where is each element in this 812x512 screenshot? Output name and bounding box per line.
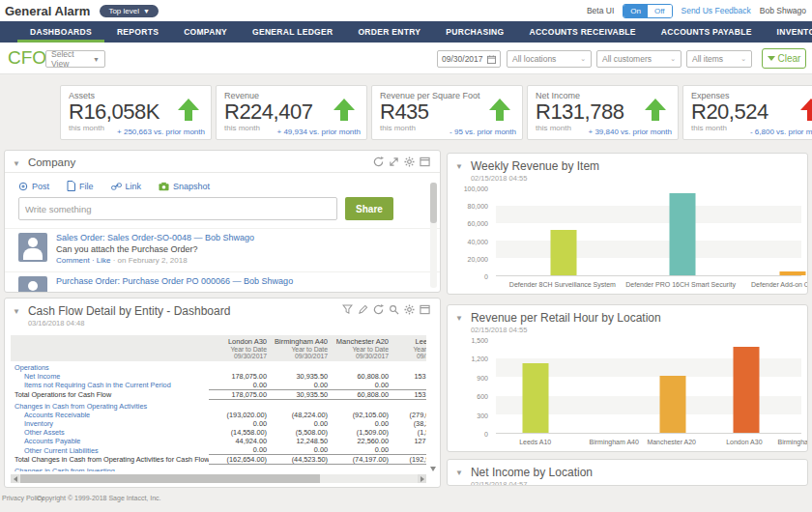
tab-post[interactable]: Post xyxy=(18,182,49,191)
post-input[interactable] xyxy=(18,197,337,220)
edit-pencil-icon[interactable] xyxy=(358,304,368,315)
y-tick-label: 0 xyxy=(484,431,488,438)
filter-icon xyxy=(768,56,775,61)
beta-ui-toggle[interactable]: On Off xyxy=(623,4,672,18)
clear-filters-button[interactable]: Clear xyxy=(762,48,806,69)
user-menu[interactable]: Bob Shwago xyxy=(760,6,806,15)
search-icon[interactable] xyxy=(389,304,399,315)
cell-value: 0.00 xyxy=(392,381,426,390)
chevron-down-icon: ⌄ xyxy=(740,55,746,63)
net-income-title: Net Income by Location xyxy=(471,466,593,479)
plot-area xyxy=(496,188,801,276)
bar-defender-add-on-camera[interactable] xyxy=(779,271,805,276)
row-label[interactable]: Net Income xyxy=(11,372,209,381)
entity-selector[interactable]: Top level▼ xyxy=(100,5,159,17)
row-label[interactable]: Changes in Cash from Investing xyxy=(11,465,209,471)
nav-item-general-ledger[interactable]: GENERAL LEDGER xyxy=(240,21,345,43)
avatar xyxy=(18,233,47,262)
bar-london-a30[interactable] xyxy=(734,347,760,433)
gear-icon[interactable] xyxy=(404,304,415,315)
scroll-left-icon[interactable] xyxy=(11,474,19,483)
feedback-link[interactable]: Send Us Feedback xyxy=(682,6,751,15)
nav-item-dashboards[interactable]: DASHBOARDS xyxy=(17,21,104,43)
item-filter[interactable]: All items⌄ xyxy=(686,50,752,68)
cell-value: 0.00 xyxy=(331,381,392,390)
x-tick-label: Birmingham xyxy=(777,436,808,447)
tab-link[interactable]: Link xyxy=(111,182,142,191)
row-label[interactable]: Changes in Cash from Operating Activitie… xyxy=(11,400,209,411)
refresh-icon[interactable] xyxy=(373,156,384,167)
toggle-off[interactable]: Off xyxy=(648,5,672,17)
date-input[interactable]: 09/30/2017 xyxy=(437,50,501,68)
collapse-chevron-icon[interactable]: ▼ xyxy=(455,314,463,323)
row-label[interactable]: Items not Requiring Cash in the Current … xyxy=(11,381,209,390)
row-label[interactable]: Operations xyxy=(11,361,209,372)
cell-value: 0.00 xyxy=(209,419,270,428)
kpi-card-revenue-per-square-foot[interactable]: Revenue per Square FootR435this month- 9… xyxy=(371,85,523,140)
toggle-on[interactable]: On xyxy=(624,5,648,17)
customer-filter[interactable]: All customers⌄ xyxy=(596,50,682,68)
view-selector[interactable]: Select View▼ xyxy=(45,50,105,68)
grid-band xyxy=(496,223,801,241)
nav-item-company[interactable]: COMPANY xyxy=(171,21,240,43)
row-label[interactable]: Accounts Receivable xyxy=(11,411,209,419)
row-label[interactable]: Other Current Liabilities xyxy=(11,445,209,455)
avatar xyxy=(18,276,47,293)
resize-icon[interactable] xyxy=(389,156,399,167)
collapse-chevron-icon[interactable]: ▼ xyxy=(455,162,463,171)
kpi-card-expenses[interactable]: ExpensesR20,524this month- 6,800 vs. pri… xyxy=(682,85,812,140)
feed-item-body: Sales Order: Sales Order-SO-0048 — Bob S… xyxy=(56,233,254,265)
cell-value: (44,523.50) xyxy=(270,455,331,465)
nav-item-reports[interactable]: REPORTS xyxy=(104,21,171,43)
kpi-card-revenue[interactable]: RevenueR224,407this month+ 49,934 vs. pr… xyxy=(216,85,367,140)
scroll-right-icon[interactable] xyxy=(418,474,426,483)
nav-item-accounts-payable[interactable]: ACCOUNTS PAYABLE xyxy=(649,21,765,43)
gear-icon[interactable] xyxy=(404,156,415,167)
cashflow-hscrollbar[interactable] xyxy=(11,474,426,483)
chevron-down-icon: ▼ xyxy=(93,56,100,63)
row-label[interactable]: Other Assets xyxy=(11,428,209,437)
nav-item-inventory-control[interactable]: INVENTORY CONTROL xyxy=(765,21,812,43)
collapse-chevron-icon[interactable]: ▼ xyxy=(455,469,463,477)
column-header-birmingham-a40[interactable]: Birmingham A40Year to Date09/30/2017 xyxy=(270,335,331,361)
cell-value: 60,808.00 xyxy=(331,390,392,400)
table-row: Total Operations for Cash Flow178,075.00… xyxy=(11,390,426,400)
refresh-icon[interactable] xyxy=(373,304,384,315)
kpi-card-net-income[interactable]: Net IncomeR131,788this month+ 39,840 vs.… xyxy=(527,85,679,140)
column-header-leeds-a10[interactable]: Leeds A10Year to Date09/30/2017 xyxy=(392,335,426,361)
column-header-manchester-a20[interactable]: Manchester A20Year to Date09/30/2017 xyxy=(331,335,392,361)
filter-icon[interactable] xyxy=(342,304,353,315)
row-label[interactable]: Inventory xyxy=(11,419,209,428)
nav-item-purchasing[interactable]: PURCHASING xyxy=(433,21,516,43)
cashflow-timestamp: 03/16/2018 04:48 xyxy=(28,319,230,327)
hscroll-thumb[interactable] xyxy=(20,474,320,483)
bar-defender-8ch-surveillance-system[interactable] xyxy=(550,230,576,275)
nav-item-accounts-receivable[interactable]: ACCOUNTS RECEIVABLE xyxy=(516,21,648,43)
comment-like-links[interactable]: Comment · Like xyxy=(56,256,113,265)
remove-widget-icon[interactable] xyxy=(420,304,430,315)
cell-value xyxy=(209,465,270,471)
company-scrollbar[interactable] xyxy=(430,183,437,288)
row-label[interactable]: Accounts Payable xyxy=(11,437,209,445)
scroll-down-icon[interactable] xyxy=(430,467,436,471)
table-row: Other Current Liabilities0.000.000.000.0… xyxy=(11,445,426,455)
remove-widget-icon[interactable] xyxy=(420,156,430,167)
bar-leeds-a10[interactable] xyxy=(523,363,549,433)
kpi-card-assets[interactable]: AssetsR16,058Kthis month+ 250,663 vs. pr… xyxy=(60,85,212,140)
retail-hour-chart: 1,5001,2009006003000Leeds A10Birmingham … xyxy=(457,340,801,447)
feed-item-title[interactable]: Sales Order: Sales Order-SO-0048 — Bob S… xyxy=(56,233,254,242)
tab-file[interactable]: File xyxy=(67,181,94,191)
bar-manchester-a20[interactable] xyxy=(660,376,686,433)
location-filter[interactable]: All locations⌄ xyxy=(507,50,592,68)
table-row: Items not Requiring Cash in the Current … xyxy=(11,381,426,390)
collapse-chevron-icon[interactable]: ▼ xyxy=(13,307,20,316)
share-button[interactable]: Share xyxy=(345,197,393,220)
cell-value xyxy=(331,465,392,471)
tab-snapshot[interactable]: Snapshot xyxy=(159,182,210,191)
column-header-london-a30[interactable]: London A30Year to Date09/30/2017 xyxy=(209,335,270,361)
feed-item-title[interactable]: Purchase Order: Purchase Order PO 000066… xyxy=(56,276,293,286)
cell-value: 0.00 xyxy=(270,445,331,455)
collapse-chevron-icon[interactable]: ▼ xyxy=(13,159,20,168)
nav-item-order-entry[interactable]: ORDER ENTRY xyxy=(345,21,433,43)
bar-defender-pro-16ch-smart-security[interactable] xyxy=(669,193,695,275)
